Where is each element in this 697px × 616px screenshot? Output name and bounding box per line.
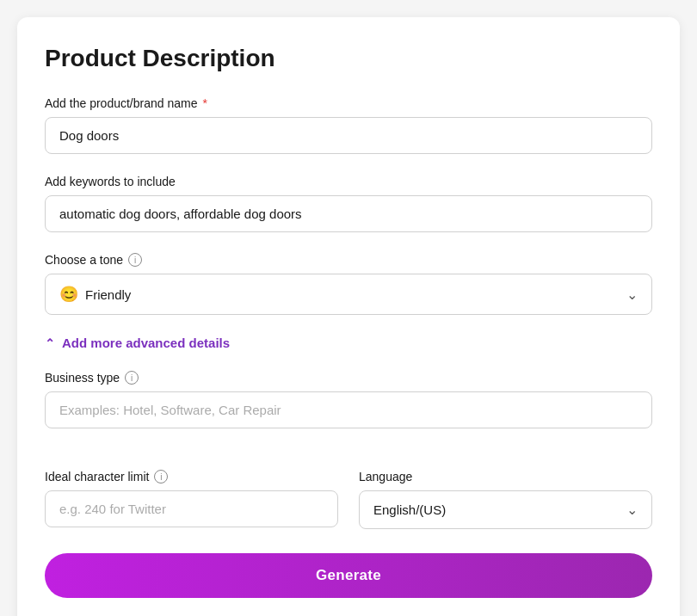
- tone-emoji: 😊: [59, 285, 78, 304]
- character-limit-field-group: Ideal character limit i: [45, 470, 338, 527]
- character-limit-label: Ideal character limit i: [45, 470, 338, 484]
- advanced-details-toggle[interactable]: ⌃ Add more advanced details: [45, 336, 652, 350]
- business-type-input[interactable]: [45, 391, 652, 428]
- page-title: Product Description: [45, 45, 652, 72]
- keywords-field-group: Add keywords to include: [45, 175, 652, 232]
- tone-select[interactable]: 😊 Friendly ⌄: [45, 274, 652, 315]
- character-limit-input[interactable]: [45, 490, 338, 527]
- product-brand-input[interactable]: [45, 117, 652, 154]
- language-label: Language: [359, 470, 652, 484]
- tone-selected-value: 😊 Friendly: [59, 285, 131, 304]
- character-limit-info-icon[interactable]: i: [154, 470, 168, 484]
- keywords-input[interactable]: [45, 195, 652, 232]
- tone-select-wrapper: 😊 Friendly ⌄: [45, 274, 652, 315]
- language-chevron-down-icon: ⌄: [626, 502, 638, 518]
- chevron-up-icon: ⌃: [45, 336, 55, 350]
- product-description-card: Product Description Add the product/bran…: [17, 17, 680, 616]
- business-type-field-group: Business type i: [45, 371, 652, 428]
- two-col-row: Ideal character limit i Language English…: [45, 470, 652, 529]
- language-selected-value: English/(US): [373, 502, 446, 517]
- product-brand-field-group: Add the product/brand name *: [45, 96, 652, 154]
- business-type-info-icon[interactable]: i: [125, 371, 139, 385]
- keywords-label: Add keywords to include: [45, 175, 652, 188]
- language-select-wrapper: English/(US) ⌄: [359, 490, 652, 529]
- required-indicator: *: [202, 96, 207, 110]
- language-select[interactable]: English/(US) ⌄: [359, 490, 652, 529]
- business-type-label: Business type i: [45, 371, 652, 385]
- tone-field-group: Choose a tone i 😊 Friendly ⌄: [45, 253, 652, 315]
- product-brand-label: Add the product/brand name *: [45, 96, 652, 110]
- advanced-section: Business type i Ideal character limit i …: [45, 371, 652, 529]
- tone-label: Choose a tone i: [45, 253, 652, 267]
- tone-info-icon[interactable]: i: [128, 253, 142, 267]
- language-field-group: Language English/(US) ⌄: [359, 470, 652, 529]
- generate-button[interactable]: Generate: [45, 553, 652, 598]
- tone-chevron-down-icon: ⌄: [626, 286, 638, 303]
